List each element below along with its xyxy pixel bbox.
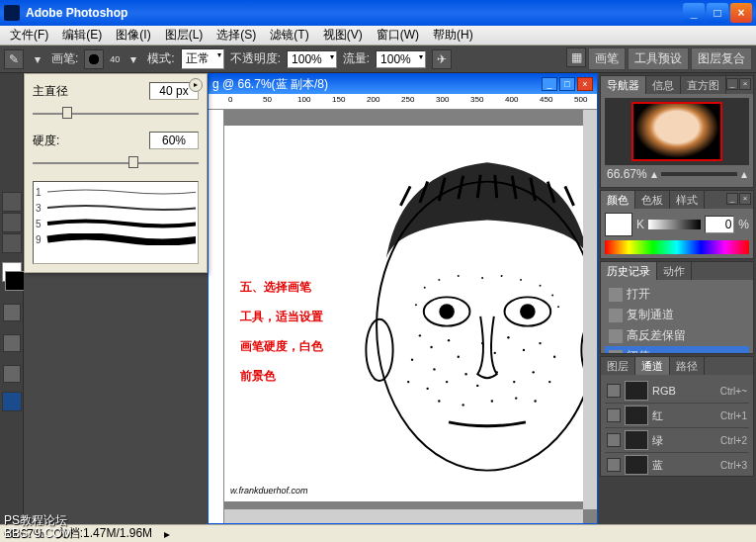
background-swatch[interactable] [5, 271, 25, 291]
minimize-button[interactable]: _ [683, 3, 705, 23]
menu-filter[interactable]: 滤镜(T) [264, 25, 314, 45]
instruction-text: 五、选择画笔 工具，适当设置 画笔硬度，白色 前景色 [240, 272, 323, 391]
tab-channels[interactable]: 通道 [635, 357, 670, 375]
diameter-slider[interactable] [33, 106, 199, 122]
panel-min-icon[interactable]: _ [726, 78, 738, 90]
channel-row[interactable]: 蓝Ctrl+3 [605, 453, 749, 476]
maximize-button[interactable]: □ [707, 3, 728, 23]
svg-point-19 [507, 336, 509, 338]
tab-paths[interactable]: 路径 [670, 357, 705, 375]
close-button[interactable]: × [730, 3, 752, 23]
opacity-select[interactable]: 100% [287, 50, 337, 68]
vertical-scrollbar[interactable] [583, 110, 597, 509]
tool-c[interactable] [2, 233, 22, 253]
brush-tool-icon[interactable]: ✎ [4, 49, 24, 69]
visibility-icon[interactable] [607, 384, 621, 398]
hardness-slider[interactable] [33, 155, 199, 171]
tool-a[interactable] [2, 192, 22, 212]
panel-min-icon[interactable]: _ [726, 193, 738, 205]
history-item[interactable]: 高反差保留 [605, 325, 749, 346]
screen-mode-full[interactable] [3, 365, 21, 383]
tab-info[interactable]: 信息 [646, 76, 681, 94]
airbrush-icon[interactable]: ✈ [432, 49, 452, 69]
brush-preset-list[interactable]: 1 3 5 9 [33, 181, 199, 264]
imageready-icon[interactable] [2, 392, 22, 411]
color-k-slider[interactable] [648, 220, 701, 229]
tab-history[interactable]: 历史记录 [601, 262, 657, 280]
menu-help[interactable]: 帮助(H) [427, 25, 479, 45]
navigator-zoom-slider[interactable] [661, 172, 737, 176]
visibility-icon[interactable] [607, 433, 621, 447]
svg-point-26 [496, 371, 498, 373]
history-item[interactable]: 复制通道 [605, 305, 749, 325]
doc-maximize-button[interactable]: □ [559, 77, 575, 91]
well-tab-comps[interactable]: 图层复合 [691, 47, 752, 70]
tab-actions[interactable]: 动作 [657, 262, 692, 280]
zoom-in-icon[interactable]: ▴ [741, 167, 747, 181]
visibility-icon[interactable] [607, 458, 621, 472]
tool-b[interactable] [2, 213, 22, 232]
svg-point-35 [458, 275, 460, 277]
brush-preview-icon[interactable] [84, 49, 104, 69]
menu-layer[interactable]: 图层(L) [159, 25, 210, 45]
tab-navigator[interactable]: 导航器 [601, 76, 646, 94]
svg-point-24 [548, 381, 550, 383]
visibility-icon[interactable] [607, 408, 621, 422]
screen-mode-standard[interactable] [3, 334, 21, 352]
menu-image[interactable]: 图像(I) [110, 25, 156, 45]
mode-label: 模式: [147, 50, 174, 67]
doc-close-button[interactable]: × [577, 77, 593, 91]
color-k-input[interactable]: 0 [705, 216, 734, 233]
brush-dropdown-icon[interactable]: ▾ [126, 52, 141, 66]
svg-point-25 [513, 381, 515, 383]
menu-view[interactable]: 视图(V) [317, 25, 369, 45]
quickmask-toggle[interactable] [3, 304, 21, 321]
mode-select[interactable]: 正常 [181, 48, 224, 69]
panel-close-icon[interactable]: × [739, 193, 751, 205]
menu-edit[interactable]: 编辑(E) [56, 25, 108, 45]
color-spectrum[interactable] [605, 240, 749, 254]
svg-point-27 [476, 385, 478, 387]
tool-preset-dropdown-icon[interactable]: ▾ [30, 52, 45, 66]
horizontal-scrollbar[interactable] [224, 509, 583, 523]
tab-layers[interactable]: 图层 [601, 357, 635, 375]
channel-row[interactable]: 绿Ctrl+2 [605, 428, 749, 453]
doc-minimize-button[interactable]: _ [542, 77, 557, 91]
svg-point-17 [481, 342, 483, 344]
palette-well-icon[interactable]: ▦ [566, 47, 586, 67]
menu-window[interactable]: 窗口(W) [371, 25, 425, 45]
tab-styles[interactable]: 样式 [670, 191, 705, 209]
svg-point-32 [534, 400, 536, 402]
status-arrow-icon[interactable]: ▸ [164, 527, 170, 541]
panel-close-icon[interactable]: × [739, 78, 751, 90]
channel-row[interactable]: 红Ctrl+1 [605, 404, 749, 428]
vertical-ruler[interactable] [209, 110, 224, 523]
history-item[interactable]: 打开 [605, 284, 749, 305]
well-tab-presets[interactable]: 工具预设 [628, 47, 689, 70]
menu-file[interactable]: 文件(F) [4, 25, 54, 45]
canvas[interactable]: 五、选择画笔 工具，适当设置 画笔硬度，白色 前景色 Scan w.frankd… [224, 126, 583, 501]
flow-select[interactable]: 100% [376, 50, 426, 68]
document-viewport[interactable]: 五、选择画笔 工具，适当设置 画笔硬度，白色 前景色 Scan w.frankd… [224, 110, 583, 509]
svg-point-39 [540, 285, 542, 287]
zoom-out-icon[interactable]: ▴ [651, 167, 657, 181]
history-item[interactable]: 阈值 [605, 346, 749, 353]
navigator-thumbnail[interactable] [605, 98, 749, 165]
color-swatch[interactable] [605, 213, 632, 236]
tab-swatches[interactable]: 色板 [635, 191, 670, 209]
hardness-input[interactable]: 60% [149, 132, 199, 149]
channel-shortcut: Ctrl+2 [720, 435, 747, 446]
well-tab-brush[interactable]: 画笔 [588, 47, 626, 70]
navigator-panel: 导航器 信息 直方图 _× 66.67% ▴ ▴ [600, 75, 754, 188]
horizontal-ruler[interactable]: 0 50 100 150 200 250 300 350 400 450 500 [209, 94, 597, 110]
brush-panel-menu-icon[interactable]: ▸ [189, 78, 203, 92]
svg-point-16 [464, 373, 466, 375]
tab-histogram[interactable]: 直方图 [681, 76, 726, 94]
image-content [343, 130, 583, 494]
channel-row[interactable]: RGBCtrl+~ [605, 379, 749, 404]
menu-select[interactable]: 选择(S) [210, 25, 262, 45]
navigator-zoom-value[interactable]: 66.67% [607, 167, 647, 181]
history-item-label: 高反差保留 [627, 327, 686, 344]
document-titlebar[interactable]: g @ 66.7%(蓝 副本/8) _ □ × [209, 74, 597, 94]
tab-color[interactable]: 颜色 [601, 191, 635, 209]
